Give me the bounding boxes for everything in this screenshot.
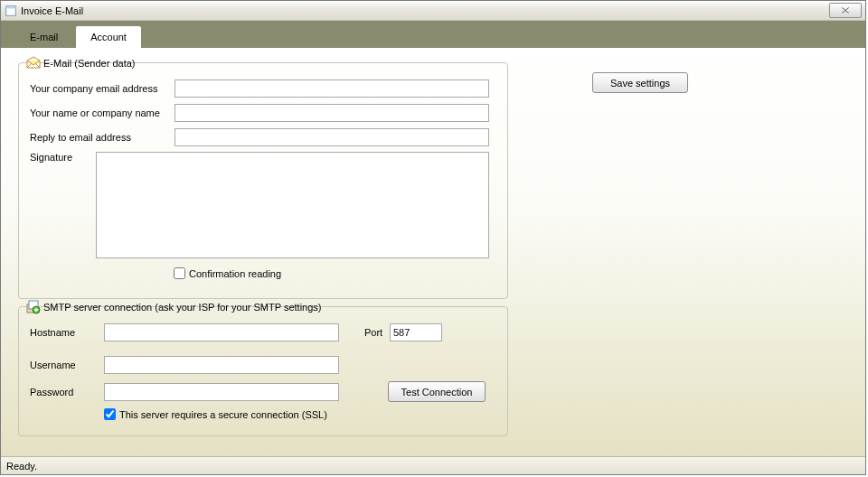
content-area: E-Mail (Sender data) Your company email …	[1, 48, 865, 456]
ssl-checkbox[interactable]	[104, 408, 116, 420]
port-label: Port	[364, 327, 390, 338]
reply-to-label: Reply to email address	[30, 132, 175, 143]
group-sender-legend: E-Mail (Sender data)	[43, 58, 136, 69]
ssl-label: This server requires a secure connection…	[119, 409, 327, 420]
company-email-label: Your company email address	[30, 83, 175, 94]
password-input[interactable]	[104, 383, 339, 401]
hostname-label: Hostname	[30, 327, 104, 338]
port-input[interactable]	[390, 323, 442, 341]
group-sender-data: E-Mail (Sender data) Your company email …	[18, 62, 508, 299]
confirmation-reading-checkbox[interactable]	[174, 267, 185, 279]
tab-email-label: E-mail	[30, 32, 58, 42]
window: Invoice E-Mail E-mail Account E-Mail (Se…	[0, 0, 866, 475]
mail-icon	[26, 56, 41, 70]
confirmation-reading-label: Confirmation reading	[189, 268, 281, 279]
status-bar: Ready.	[1, 456, 865, 474]
company-email-input[interactable]	[175, 80, 489, 98]
signature-input[interactable]	[96, 152, 489, 258]
hostname-input[interactable]	[104, 323, 339, 341]
tabs: E-mail Account	[1, 21, 865, 48]
app-icon	[5, 5, 17, 17]
tab-account[interactable]: Account	[75, 25, 142, 48]
username-input[interactable]	[104, 356, 339, 374]
company-name-input[interactable]	[175, 104, 489, 122]
close-button[interactable]	[829, 3, 862, 18]
svg-rect-1	[6, 5, 16, 8]
server-icon	[26, 300, 41, 314]
username-label: Username	[30, 360, 104, 370]
close-icon	[840, 5, 851, 16]
group-smtp-legend: SMTP server connection (ask your ISP for…	[43, 302, 322, 313]
test-connection-button[interactable]: Test Connection	[388, 381, 486, 402]
window-title: Invoice E-Mail	[21, 5, 83, 16]
save-settings-button[interactable]: Save settings	[592, 72, 688, 93]
signature-label: Signature	[30, 152, 96, 163]
group-smtp: SMTP server connection (ask your ISP for…	[18, 306, 508, 436]
status-text: Ready.	[6, 461, 37, 472]
tab-account-label: Account	[90, 32, 127, 42]
reply-to-input[interactable]	[175, 128, 489, 146]
company-name-label: Your name or company name	[30, 108, 175, 118]
password-label: Password	[30, 387, 104, 398]
tab-email[interactable]: E-mail	[14, 26, 73, 47]
titlebar: Invoice E-Mail	[1, 1, 865, 21]
